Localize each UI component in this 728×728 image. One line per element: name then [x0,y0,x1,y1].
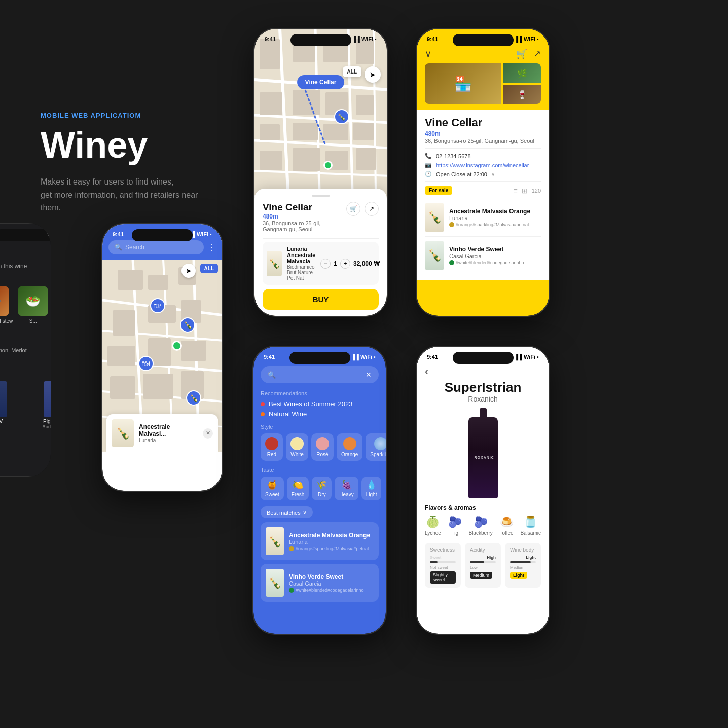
dot-orange-5 [261,412,265,416]
close-icon-5[interactable]: ✕ [366,371,372,379]
grid-view-icon-4[interactable]: ⊞ [522,187,528,195]
svg-rect-43 [260,151,282,170]
style-chips-5: Red White Rosé Orange [261,433,379,461]
store-photos-4: 🏪 🌿 🍷 [425,63,541,104]
cart-icon-3[interactable]: 🛒 [346,202,360,216]
label-rose-5: Rosé [316,452,328,457]
result-wine-name-2: Vinho Verde Sweet [289,573,364,580]
toffee-icon: 🍮 [500,516,514,529]
taste-chips-5: 🍯 Sweet 🍋 Fresh 🌾 Dry 🍇 Heavy [261,477,379,500]
style-red-5[interactable]: Red [261,433,283,461]
style-white-5[interactable]: White [286,433,308,461]
attributes-section-6: Sweetness Sweet Not sweet Slightly sweet [425,543,541,588]
recommend-item-1[interactable]: Best Wines of Summer 2023 [261,400,379,408]
wine-item-3[interactable]: 🍾 Lunaria Ancestrale Malvacia Biodinamic… [263,242,379,285]
wine-body-scale: Light [510,555,536,560]
label-red-5: Red [267,452,276,457]
map-pin-restaurant-2[interactable]: 🍽 [138,356,154,371]
taste-dry-5[interactable]: 🌾 Dry [312,477,332,500]
price-3: 32,000 ₩ [353,260,380,267]
bottom-sheet-3: Vine Cellar 480m 36, Bongunsa-ro 25-gil,… [254,189,387,316]
hours-text-4: Open Close at 22:00 [436,171,487,177]
taste-light-5[interactable]: 💧 Light [361,477,382,500]
store-wine-row-2[interactable]: 🍾 Vinho Verde Sweet Casal Garcia #white#… [425,237,541,274]
style-section-5: Style Red White Rosé [261,424,379,461]
sheet-handle-3 [312,195,330,197]
wine-body-bar-fill [510,561,531,563]
all-btn-3[interactable]: ALL [343,66,361,77]
divider-3 [263,238,379,239]
store-wine-img-2: 🍾 [425,241,444,270]
sort-btn-5[interactable]: Best matches ∨ [261,506,313,518]
map-pin-current [172,341,182,351]
popup-close-2[interactable]: ✕ [203,428,213,439]
result-card-1[interactable]: 🍾 Ancestrale Malvasia Orange Lunaria #or… [261,522,379,560]
map-wine-pin-3[interactable]: 🍾 [334,109,349,124]
producer-6: Roxanich [425,395,541,403]
back-icon-4[interactable]: ∨ [425,48,431,59]
bottle-2-producer: Radikon [29,424,72,429]
more-btn-2[interactable]: ⋮ [208,243,216,252]
sale-header-4: For sale ≡ ⊞ 120 [425,186,541,195]
result-wine-img-2: 🍾 [266,569,284,597]
all-btn-2[interactable]: ALL [200,264,218,273]
taste-sweet-5[interactable]: 🍯 Sweet [261,477,284,500]
clock-icon-4: 🕐 [425,171,432,177]
qty-plus-3[interactable]: + [340,259,350,269]
instagram-row-4: 📷 https://www.instagram.com/winecellar [425,162,541,168]
wine-body-badge: Light [510,572,527,579]
nav-btn-3[interactable]: ➤ [365,66,381,83]
result-wine-info-1: Ancestrale Malvasia Orange Lunaria #oran… [289,532,370,551]
search-input-2[interactable]: 🔍 Search [108,240,204,254]
map-popup-card-2[interactable]: 🍾 Ancestrale Malvasi... Lunaria ✕ [106,414,218,452]
style-orange-5[interactable]: Orange [337,433,362,461]
cart-icon-4[interactable]: 🛒 [516,48,527,59]
icons-4: ▐▐ WiFi ▪ [514,36,539,42]
result-wine-info-2: Vinho Verde Sweet Casal Garcia #white#bl… [289,573,364,593]
store-header-4: ∨ 🛒 ↗ 🏪 🌿 🍷 [417,45,549,110]
sweetness-bar-fill [430,561,438,563]
qty-ctrl-3[interactable]: − 1 + 32,000 ₩ [320,259,380,269]
result-card-2[interactable]: 🍾 Vinho Verde Sweet Casal Garcia #white#… [261,564,379,602]
back-btn-6[interactable]: ‹ [425,365,541,378]
qty-minus-3[interactable]: − [320,259,331,269]
nav-btn-2[interactable]: ➤ [181,264,196,278]
result-wine-img-1: 🍾 [266,527,284,555]
sweetness-badge: Slightly sweet [430,571,456,584]
bottle-container-6: ROXANIC [425,408,541,498]
search-input-5[interactable]: 🔍 ✕ [261,366,379,383]
style-rose-5[interactable]: Rosé [311,433,334,461]
balsamic-icon: 🫙 [524,516,537,529]
attr-wine-body: Wine body Light Medium Light [505,543,541,588]
label-sparkling-5: Sparkling [370,452,386,457]
food-stew-img: 🍲 [0,286,9,316]
share-icon-3[interactable]: ↗ [365,202,379,216]
popup-wine-name-2: Ancestrale Malvasi... [139,423,198,438]
dot-red-5 [261,402,265,406]
taste-fresh-5[interactable]: 🍋 Fresh [287,477,309,500]
recommend-item-2[interactable]: Natural Wine [261,410,379,418]
buy-btn-3[interactable]: BUY [263,289,379,310]
list-view-icon-4[interactable]: ≡ [513,187,517,195]
heavy-label-5: Heavy [339,492,353,497]
style-sparkling-5[interactable]: Sparkling [366,433,386,461]
vine-cellar-popup[interactable]: Vine Cellar [297,75,345,89]
flavor-lychee: 🍈 Lychee [425,516,441,536]
svg-rect-18 [110,376,135,399]
share-icon-4[interactable]: ↗ [533,48,541,59]
flavor-balsamic: 🫙 Balsamic [520,516,541,536]
flavor-blackberry: 🫐 Blackberry [468,516,492,536]
fresh-label-5: Fresh [292,492,305,497]
bottle-2 [44,381,58,417]
phone-icon-4: 📞 [425,153,432,159]
search-bar-2[interactable]: 🔍 Search ⋮ [102,240,222,260]
store-nav-icons-4: 🛒 ↗ [516,48,541,59]
attr-row-6: Sweetness Sweet Not sweet Slightly sweet [425,543,541,588]
instagram-link-4[interactable]: https://www.instagram.com/winecellar [436,162,529,168]
sheet-title-3: Vine Cellar [263,202,346,213]
hours-arrow-4[interactable]: ∨ [491,171,495,177]
phone-6-wine-detail: 9:41 ▐▐ WiFi ▪ ‹ SuperIstrian Roxanich R… [416,346,550,635]
store-wine-row-1[interactable]: 🍾 Ancestrale Malvasia Orange Lunaria #or… [425,199,541,237]
sheet-dist-3: 480m [263,213,346,220]
taste-heavy-5[interactable]: 🍇 Heavy [335,477,358,500]
